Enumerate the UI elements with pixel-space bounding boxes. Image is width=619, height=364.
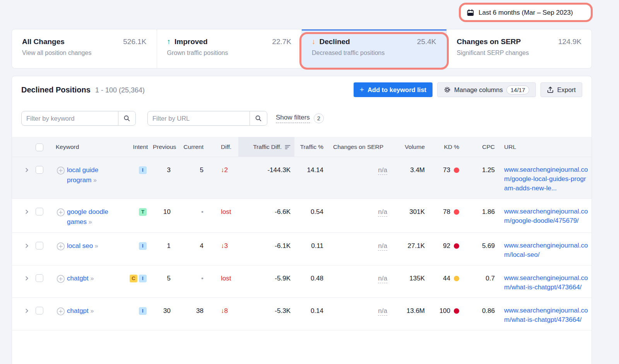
manage-columns-button[interactable]: Manage columns 14/17: [437, 82, 536, 97]
column-header-keyword[interactable]: Keyword: [47, 144, 128, 150]
url-link[interactable]: www.searchenginejournal.com/what-is-chat…: [504, 307, 588, 323]
tab-subtitle: Grown traffic positions: [167, 50, 292, 56]
select-all-checkbox[interactable]: [36, 144, 43, 151]
keyword-link[interactable]: google doodle games: [67, 208, 108, 226]
url-search-button[interactable]: [250, 111, 267, 125]
add-to-list-icon[interactable]: [56, 242, 65, 254]
keyword-link[interactable]: chatgbt: [67, 275, 89, 282]
column-header-cpc[interactable]: CPC: [465, 144, 499, 150]
row-checkbox[interactable]: [36, 166, 43, 174]
cpc-value: 0.86: [465, 306, 499, 316]
date-range-label: Last 6 months (Mar – Sep 2023): [479, 9, 573, 17]
intent-badge-i: I: [139, 307, 147, 315]
tab-subtitle: Significant SERP changes: [457, 50, 582, 56]
column-header-intent[interactable]: Intent: [128, 144, 153, 150]
tab-subtitle: View all position changes: [22, 50, 147, 56]
serp-changes-value: n/a: [378, 208, 387, 217]
panel-toolbar: Declined Positions 1 - 100 (25,364) + Ad…: [12, 76, 592, 97]
column-header-kd[interactable]: KD %: [429, 144, 465, 150]
expand-row-chevron-icon[interactable]: [24, 243, 29, 248]
double-chevron-icon: »: [93, 177, 97, 183]
double-chevron-icon: »: [91, 308, 94, 314]
url-link[interactable]: www.searchenginejournal.com/local-seo/: [504, 242, 588, 258]
previous-position: 5: [153, 273, 180, 284]
tab-label: All Changes: [22, 38, 65, 46]
current-position: 38: [180, 306, 207, 316]
column-header-previous[interactable]: Previous: [153, 144, 180, 150]
previous-position: 3: [153, 165, 180, 175]
keyword-link[interactable]: local seo: [67, 242, 93, 250]
calendar-icon: [467, 9, 474, 17]
url-link[interactable]: www.searchenginejournal.com/what-is-chat…: [504, 274, 588, 291]
position-diff: ↓2: [207, 165, 238, 175]
volume-value: 135K: [393, 273, 429, 284]
url-link[interactable]: www.searchenginejournal.com/google-doodl…: [504, 208, 588, 224]
traffic-diff-value: -144.3K: [238, 165, 294, 175]
show-filters-link[interactable]: Show filters: [276, 114, 310, 123]
add-to-list-icon[interactable]: [56, 166, 65, 178]
down-arrow-icon: ↓: [312, 38, 316, 46]
up-arrow-icon: ↑: [167, 38, 171, 46]
date-range-selector[interactable]: Last 6 months (Mar – Sep 2023): [461, 5, 590, 21]
declined-positions-panel: Declined Positions 1 - 100 (25,364) + Ad…: [12, 76, 592, 364]
row-checkbox[interactable]: [36, 307, 43, 314]
keyword-filter: [21, 111, 136, 126]
column-header-current[interactable]: Current: [180, 144, 207, 150]
url-link[interactable]: www.searchenginejournal.com/google-local…: [504, 166, 588, 192]
volume-value: 13.6M: [393, 306, 429, 316]
previous-position: 10: [153, 207, 180, 217]
column-header-volume[interactable]: Volume: [393, 144, 429, 150]
column-header-url[interactable]: URL: [499, 142, 592, 152]
tab-subtitle: Decreased traffic positions: [312, 50, 436, 56]
add-to-list-icon[interactable]: [56, 275, 65, 286]
expand-row-chevron-icon[interactable]: [24, 167, 29, 173]
add-to-list-icon[interactable]: [56, 307, 65, 319]
previous-position: 1: [153, 241, 180, 251]
export-button[interactable]: Export: [540, 82, 582, 97]
active-filters-count: 2: [314, 113, 324, 123]
expand-row-chevron-icon[interactable]: [24, 276, 29, 281]
url-filter: [147, 111, 267, 126]
traffic-diff-value: -5.3K: [238, 306, 294, 316]
search-icon: [255, 115, 262, 122]
tab-count: 526.1K: [123, 38, 146, 46]
row-checkbox[interactable]: [36, 242, 43, 250]
tab-changes-on-serp[interactable]: Changes on SERP 124.9K Significant SERP …: [447, 29, 592, 68]
kd-difficulty-dot: [454, 308, 459, 314]
url-filter-input[interactable]: [148, 111, 250, 125]
panel-title: Declined Positions: [21, 85, 91, 94]
expand-row-chevron-icon[interactable]: [24, 209, 29, 214]
kd-difficulty-dot: [454, 167, 459, 173]
table-row: chatgbt »CI5•lost-5.9K0.48n/a135K440.7ww…: [12, 265, 592, 298]
tab-count: 124.9K: [558, 38, 581, 46]
expand-row-chevron-icon[interactable]: [24, 308, 29, 313]
column-header-diff[interactable]: Diff.: [207, 144, 238, 150]
previous-position: 30: [153, 306, 180, 316]
position-changes-page: Last 6 months (Mar – Sep 2023) All Chang…: [0, 0, 619, 364]
row-checkbox[interactable]: [36, 208, 43, 215]
tab-label: Changes on SERP: [457, 38, 521, 46]
keyword-link[interactable]: chatgpt: [67, 307, 89, 314]
keyword-filter-input[interactable]: [22, 111, 118, 125]
pagination-range: 1 - 100 (25,364): [95, 86, 145, 94]
cpc-value: 1.86: [465, 207, 499, 217]
column-header-changes-on-serp[interactable]: Changes on SERP: [327, 144, 393, 150]
column-header-traffic-diff[interactable]: Traffic Diff.: [238, 137, 294, 157]
tab-count: 25.4K: [417, 38, 436, 46]
column-header-traffic-percent[interactable]: Traffic %: [294, 144, 327, 150]
position-diff: ↓3: [207, 241, 238, 251]
add-to-list-icon[interactable]: [56, 208, 65, 220]
volume-value: 3.4M: [393, 165, 429, 175]
traffic-diff-value: -5.9K: [238, 273, 294, 284]
row-checkbox[interactable]: [36, 274, 43, 282]
keyword-search-button[interactable]: [118, 111, 135, 125]
tab-improved[interactable]: ↑ Improved 22.7K Grown traffic positions: [157, 29, 302, 68]
add-to-keyword-list-button[interactable]: + Add to keyword list: [354, 82, 433, 97]
table-row: google doodle games »T10•lost-6.6K0.54n/…: [12, 199, 592, 233]
kd-value: 92: [443, 241, 450, 251]
tab-declined[interactable]: ↓ Declined 25.4K Decreased traffic posit…: [302, 29, 447, 68]
lost-position-dot: •: [201, 208, 203, 215]
tab-all-changes[interactable]: All Changes 526.1K View all position cha…: [12, 29, 157, 68]
intent-badge-c: C: [130, 275, 137, 282]
tab-label: Improved: [174, 38, 208, 46]
